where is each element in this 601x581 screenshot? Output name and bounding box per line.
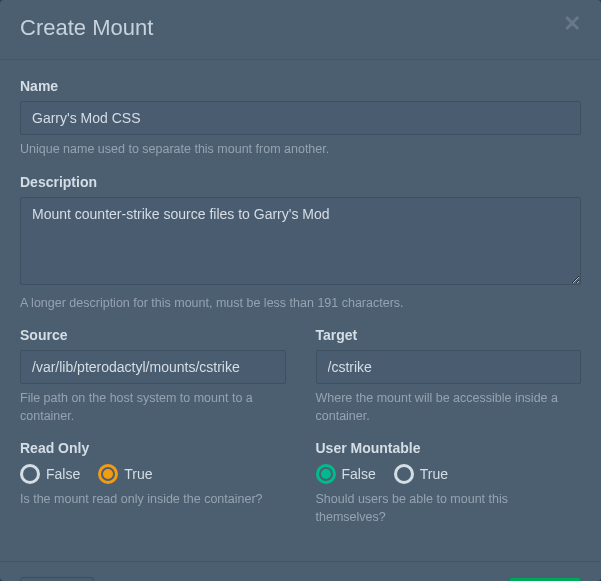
user-mountable-true-label: True [420,466,448,482]
target-label: Target [316,327,582,343]
source-input[interactable] [20,350,286,384]
user-mountable-help: Should users be able to mount this thems… [316,491,582,526]
user-mountable-true-option[interactable]: True [394,464,448,484]
create-button[interactable]: Create [509,577,581,581]
source-help: File path on the host system to mount to… [20,390,286,425]
readonly-group: Read Only False True Is the mount read o… [20,440,286,526]
source-label: Source [20,327,286,343]
name-group: Name Unique name used to separate this m… [20,78,581,159]
readonly-true-label: True [124,466,152,482]
description-help: A longer description for this mount, mus… [20,295,581,313]
cancel-button[interactable]: Cancel [20,577,94,581]
source-target-row: Source File path on the host system to m… [20,327,581,425]
target-help: Where the mount will be accessible insid… [316,390,582,425]
user-mountable-false-option[interactable]: False [316,464,376,484]
modal-body: Name Unique name used to separate this m… [0,60,601,561]
modal-footer: Cancel Create [0,561,601,581]
name-help: Unique name used to separate this mount … [20,141,581,159]
description-input[interactable]: Mount counter-strike source files to Gar… [20,197,581,285]
target-group: Target Where the mount will be accessibl… [316,327,582,425]
name-label: Name [20,78,581,94]
user-mountable-label: User Mountable [316,440,582,456]
user-mountable-radio-group: False True [316,464,582,484]
readonly-false-label: False [46,466,80,482]
target-input[interactable] [316,350,582,384]
readonly-radio-group: False True [20,464,286,484]
source-group: Source File path on the host system to m… [20,327,286,425]
close-icon[interactable]: ✕ [563,13,581,35]
readonly-mountable-row: Read Only False True Is the mount read o… [20,440,581,526]
readonly-help: Is the mount read only inside the contai… [20,491,286,509]
modal-title: Create Mount [20,15,153,41]
readonly-true-option[interactable]: True [98,464,152,484]
modal-header: Create Mount ✕ [0,0,601,60]
user-mountable-false-label: False [342,466,376,482]
radio-icon [20,464,40,484]
description-label: Description [20,174,581,190]
readonly-label: Read Only [20,440,286,456]
radio-icon [98,464,118,484]
description-group: Description Mount counter-strike source … [20,174,581,313]
radio-icon [316,464,336,484]
create-mount-modal: Create Mount ✕ Name Unique name used to … [0,0,601,581]
radio-icon [394,464,414,484]
readonly-false-option[interactable]: False [20,464,80,484]
name-input[interactable] [20,101,581,135]
user-mountable-group: User Mountable False True Should users b… [316,440,582,526]
